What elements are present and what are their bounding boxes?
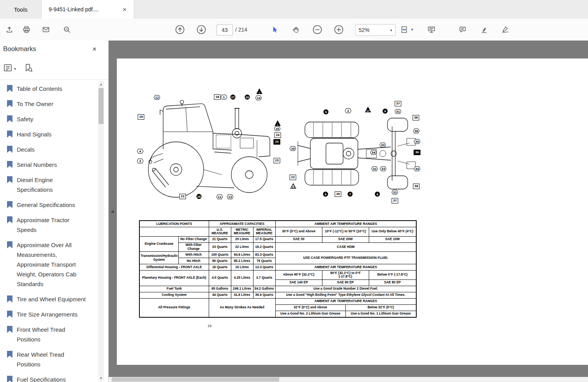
callout-marker: 36: [414, 150, 421, 155]
horizontal-scrollbar[interactable]: [109, 377, 588, 382]
bookmark-item[interactable]: Tire Size Arrangements: [0, 307, 97, 322]
scroll-up-icon[interactable]: ▲: [98, 81, 104, 87]
table-cell: 65 Gallons: [209, 286, 231, 292]
sign-button[interactable]: [499, 23, 512, 36]
callout-marker: 4: [137, 149, 144, 154]
sidebar-scroll-thumb[interactable]: [99, 88, 104, 124]
callout-marker: 26: [245, 95, 250, 100]
search-button[interactable]: [61, 23, 73, 36]
callout-marker: 34: [370, 150, 377, 155]
bookmark-item[interactable]: Approximate Over All Measurements, Appro…: [0, 237, 97, 292]
bookmark-icon: [7, 241, 12, 248]
bookmark-icon: [7, 351, 12, 358]
table-cell: LUBRICATION POINTS: [139, 221, 209, 227]
find-bookmark-button[interactable]: [23, 63, 33, 75]
zoom-out-button[interactable]: [311, 23, 324, 36]
print-button[interactable]: [20, 23, 33, 36]
select-tool-button[interactable]: [269, 23, 281, 36]
sidebar-scrollbar[interactable]: ▲ ▼: [98, 81, 104, 381]
email-button[interactable]: [40, 23, 52, 36]
comment-button[interactable]: [456, 23, 469, 36]
bookmark-icon: [7, 201, 12, 208]
highlight-button[interactable]: [478, 23, 491, 36]
page-number-input[interactable]: [217, 25, 233, 35]
bookmarks-toolbar: ▾: [0, 59, 108, 80]
bookmark-label: Serial Numbers: [17, 160, 86, 170]
bookmark-item[interactable]: Tire and Wheel Equipment: [0, 292, 97, 307]
table-cell: Differential Housing - FRONT AXLE: [139, 264, 209, 271]
callout-marker: 38: [413, 115, 419, 120]
fit-page-button[interactable]: [398, 23, 410, 36]
table-cell: METRIC MEASURE: [231, 227, 253, 237]
open-file-button[interactable]: [3, 23, 16, 36]
callout-marker: 14: [255, 96, 262, 101]
table-cell: 83.3 Quarts: [253, 252, 275, 258]
bookmark-item[interactable]: Approximate Tractor Speeds: [0, 212, 97, 237]
fit-page-caret-icon[interactable]: ▾: [411, 27, 413, 32]
screen-icon: [427, 26, 436, 34]
bookmark-label: Diesel Engine Specifications: [17, 175, 86, 195]
table-cell: 19.2 Quarts: [253, 242, 275, 252]
tab-document[interactable]: 9-9451-Linked pdf.... ×: [42, 0, 134, 19]
bookmark-item[interactable]: Diesel Engine Specifications: [0, 172, 97, 197]
bookmark-item[interactable]: Safety: [0, 111, 97, 127]
table-cell: USE CASE POWERGARD PTF TRANSMISSION FLUI…: [275, 252, 416, 264]
table-cell: SAE 90 EP: [322, 279, 369, 286]
bookmark-item[interactable]: Serial Numbers: [0, 157, 97, 172]
callout-marker: 25: [274, 139, 280, 145]
table-cell: 4.5 Quarts: [209, 271, 231, 286]
bookmark-search-icon: [23, 63, 33, 75]
bookmark-label: Table of Contents: [17, 84, 86, 94]
bookmark-list-icon: [3, 63, 12, 74]
hand-tool-button[interactable]: [290, 23, 302, 36]
bookmark-item[interactable]: Decals: [0, 142, 97, 157]
warning-triangle-icon: !: [275, 120, 281, 126]
bookmark-item[interactable]: Fuel Specifications: [0, 372, 97, 382]
bookmark-item[interactable]: Hand Signals: [0, 127, 97, 142]
bookmark-item[interactable]: Front Wheel Tread Positions: [0, 322, 97, 347]
presentation-button[interactable]: [425, 23, 438, 36]
bookmark-label: Approximate Tractor Speeds: [17, 215, 86, 235]
scroll-down-icon[interactable]: ▼: [98, 375, 104, 381]
zoom-in-button[interactable]: [333, 23, 345, 36]
callout-marker: 13: [227, 195, 234, 200]
table-cell: Below 0°F (-17.8°C): [369, 271, 416, 280]
zoom-level-dropdown[interactable]: 52% ▾: [355, 24, 396, 36]
callout-marker: 37: [395, 101, 401, 106]
previous-page-button[interactable]: [174, 23, 186, 36]
bookmark-item[interactable]: General Specifications: [0, 197, 97, 212]
table-cell: 75 Quarts: [253, 258, 275, 264]
table-cell: Planetary Housing - FRONT AXLE (Each): [139, 271, 209, 286]
table-cell: No Filter Change: [178, 236, 209, 242]
page-total-label: / 214: [235, 27, 247, 33]
bookmark-label: Safety: [17, 114, 86, 124]
bookmarks-panel-title: Bookmarks: [3, 45, 36, 53]
bookmark-list: Table of ContentsTo The OwnerSafetyHand …: [0, 81, 97, 382]
tab-close-icon[interactable]: ×: [123, 6, 127, 13]
next-page-button[interactable]: [195, 23, 208, 36]
arrow-up-circle-icon: [175, 25, 185, 35]
table-cell: 32°F (0°C) and Above: [275, 304, 345, 311]
table-cell: 20 Litres: [231, 236, 253, 242]
table-cell: 54.2 Gallons: [253, 286, 275, 292]
bookmarks-close-icon[interactable]: ×: [92, 45, 97, 53]
bookmark-options-button[interactable]: ▾: [3, 63, 16, 74]
tab-tools[interactable]: Tools: [0, 0, 42, 19]
callout-overlay: 12181272614!19!1624254323222811139217937…: [117, 58, 588, 365]
panel-collapse-button[interactable]: ◀: [110, 207, 114, 216]
table-cell: Below 32°F (0°C): [345, 304, 416, 311]
bookmark-item[interactable]: Table of Contents: [0, 81, 97, 96]
table-cell: SAE 30: [275, 236, 322, 242]
bookmark-item[interactable]: Rear Wheel Tread Positions: [0, 347, 97, 372]
bookmark-label: Decals: [17, 145, 86, 154]
chevron-down-icon: ▾: [390, 28, 392, 32]
table-cell: 85.2 Litres: [231, 258, 253, 264]
bookmark-item[interactable]: To The Owner: [0, 96, 97, 111]
bookmark-label: Hand Signals: [17, 129, 86, 139]
main-toolbar: / 214 52% ▾ ▾: [0, 19, 588, 41]
table-cell: With Filter Change: [178, 242, 209, 252]
table-cell: SAE 10W: [369, 236, 416, 242]
horizontal-scroll-thumb[interactable]: [112, 377, 279, 382]
table-cell: 94.6 Litres: [231, 252, 253, 258]
table-cell: 90°F (32.2°C) to 0°F (-17.8°C): [322, 271, 369, 280]
